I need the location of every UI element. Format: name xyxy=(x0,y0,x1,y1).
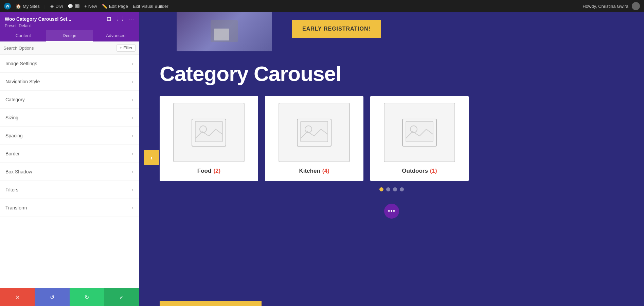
main-layout: Woo Category Carousel Set... ⊞ ⋮⋮ ⋯ Pres… xyxy=(0,12,644,306)
home-icon: 🏠 xyxy=(16,4,21,9)
card-label-food: Food (2) xyxy=(197,168,220,174)
carousel-card-kitchen: Kitchen (4) xyxy=(265,96,363,181)
settings-item-border[interactable]: Border › xyxy=(0,145,139,163)
carousel-card-outdoors: Outdoors (1) xyxy=(370,96,469,181)
settings-item-image-settings[interactable]: Image Settings › xyxy=(0,55,139,73)
panel-title: Woo Category Carousel Set... xyxy=(5,16,71,22)
chevron-icon: › xyxy=(132,97,133,102)
carousel-section: Category Carousel ‹ xyxy=(139,51,644,198)
chevron-icon: › xyxy=(132,187,133,192)
card-label-outdoors: Outdoors (1) xyxy=(402,168,437,174)
chevron-icon: › xyxy=(132,61,133,66)
chevron-icon: › xyxy=(132,115,133,120)
undo-button[interactable]: ↺ xyxy=(35,288,69,306)
card-count-outdoors: (1) xyxy=(430,168,437,174)
tab-design[interactable]: Design xyxy=(46,30,92,41)
transform-label: Transform xyxy=(5,205,27,210)
settings-item-sizing[interactable]: Sizing › xyxy=(0,109,139,127)
comment-icon: 💬 xyxy=(68,4,73,9)
save-button[interactable]: ✓ xyxy=(104,288,139,306)
dot-3[interactable] xyxy=(393,187,397,191)
settings-item-navigation-style[interactable]: Navigation Style › xyxy=(0,73,139,91)
panel-header-icons: ⊞ ⋮⋮ ⋯ xyxy=(107,16,134,22)
card-count-kitchen: (4) xyxy=(322,168,329,174)
card-image-kitchen xyxy=(279,103,350,162)
divider-1: | xyxy=(44,4,46,9)
navigation-style-label: Navigation Style xyxy=(5,79,40,84)
sizing-label: Sizing xyxy=(5,115,18,120)
yellow-accent-bar xyxy=(160,301,262,306)
right-content: EARLY REGISTRATION! Category Carousel ‹ xyxy=(139,12,644,306)
settings-item-box-shadow[interactable]: Box Shadow › xyxy=(0,163,139,181)
hero-image xyxy=(177,12,272,51)
cancel-button[interactable]: ✕ xyxy=(0,288,35,306)
card-name-outdoors: Outdoors xyxy=(402,168,428,174)
card-label-kitchen: Kitchen (4) xyxy=(299,168,329,174)
my-sites-link[interactable]: 🏠 My Sites xyxy=(16,4,40,9)
filter-button[interactable]: + Filter xyxy=(117,44,136,52)
filter-label: Filter xyxy=(123,46,132,50)
more-options-icon[interactable]: ⋯ xyxy=(129,16,134,22)
carousel-row: Food (2) Kitchen xyxy=(160,96,624,181)
carousel-prev-button[interactable]: ‹ xyxy=(144,150,159,165)
carousel-dots xyxy=(160,187,624,191)
filters-label: Filters xyxy=(5,187,18,192)
chevron-icon: › xyxy=(132,205,133,210)
dot-1[interactable] xyxy=(379,187,383,191)
exit-visual-builder-link[interactable]: Exit Visual Builder xyxy=(133,4,168,9)
early-registration-button[interactable]: EARLY REGISTRATION! xyxy=(292,20,381,38)
footer-area: ••• xyxy=(139,198,644,219)
card-image-food xyxy=(173,103,245,162)
tab-advanced[interactable]: Advanced xyxy=(93,30,139,41)
settings-item-category[interactable]: Category › xyxy=(0,91,139,109)
category-label: Category xyxy=(5,97,25,102)
dot-4[interactable] xyxy=(400,187,404,191)
chevron-icon: › xyxy=(132,79,133,84)
grid-icon[interactable]: ⋮⋮ xyxy=(114,16,125,22)
chevron-icon: › xyxy=(132,169,133,174)
user-greeting: Howdy, Christina Gwira xyxy=(583,4,628,9)
plus-icon: + xyxy=(84,4,87,9)
top-bar-right: Howdy, Christina Gwira xyxy=(583,2,640,10)
search-input[interactable] xyxy=(3,46,114,51)
coffee-image-svg xyxy=(209,18,239,46)
chevron-icon: › xyxy=(132,133,133,138)
top-bar-left: W 🏠 My Sites | ◈ Divi 💬 0 + New ✏️ Edit … xyxy=(4,3,577,10)
filter-icon: + xyxy=(120,46,122,50)
placeholder-svg-food xyxy=(190,117,228,148)
dot-2[interactable] xyxy=(386,187,390,191)
panel-header-top: Woo Category Carousel Set... ⊞ ⋮⋮ ⋯ xyxy=(5,16,134,22)
carousel-card-food: Food (2) xyxy=(160,96,258,181)
redo-button[interactable]: ↻ xyxy=(70,288,104,306)
wordpress-icon[interactable]: W xyxy=(4,3,11,10)
top-bar: W 🏠 My Sites | ◈ Divi 💬 0 + New ✏️ Edit … xyxy=(0,0,644,12)
more-options-button[interactable]: ••• xyxy=(384,204,399,219)
settings-item-spacing[interactable]: Spacing › xyxy=(0,127,139,145)
settings-item-transform[interactable]: Transform › xyxy=(0,199,139,217)
arrow-left-icon: ‹ xyxy=(150,154,153,162)
carousel-title: Category Carousel xyxy=(160,62,624,86)
expand-icon[interactable]: ⊞ xyxy=(107,16,111,22)
card-image-outdoors xyxy=(384,103,455,162)
avatar[interactable] xyxy=(632,2,640,10)
settings-item-filters[interactable]: Filters › xyxy=(0,181,139,199)
card-name-food: Food xyxy=(197,168,212,174)
preset-label[interactable]: Preset: Default xyxy=(5,23,134,28)
ellipsis-icon: ••• xyxy=(388,208,395,215)
panel-tabs: Content Design Advanced xyxy=(0,30,139,41)
card-name-kitchen: Kitchen xyxy=(299,168,320,174)
bottom-toolbar: ✕ ↺ ↻ ✓ xyxy=(0,288,139,306)
svg-rect-1 xyxy=(214,29,229,40)
panel-search: + Filter xyxy=(0,41,139,55)
hero-image-inner xyxy=(177,12,272,51)
comments-link[interactable]: 💬 0 xyxy=(68,4,79,9)
edit-page-link[interactable]: ✏️ Edit Page xyxy=(102,4,128,9)
chevron-icon: › xyxy=(132,151,133,156)
tab-content[interactable]: Content xyxy=(0,30,46,41)
spacing-label: Spacing xyxy=(5,133,23,138)
new-menu[interactable]: + New xyxy=(84,4,97,9)
settings-list: Image Settings › Navigation Style › Cate… xyxy=(0,55,139,288)
divi-link[interactable]: ◈ Divi xyxy=(50,4,63,9)
border-label: Border xyxy=(5,151,20,156)
placeholder-svg-outdoors xyxy=(401,117,438,148)
